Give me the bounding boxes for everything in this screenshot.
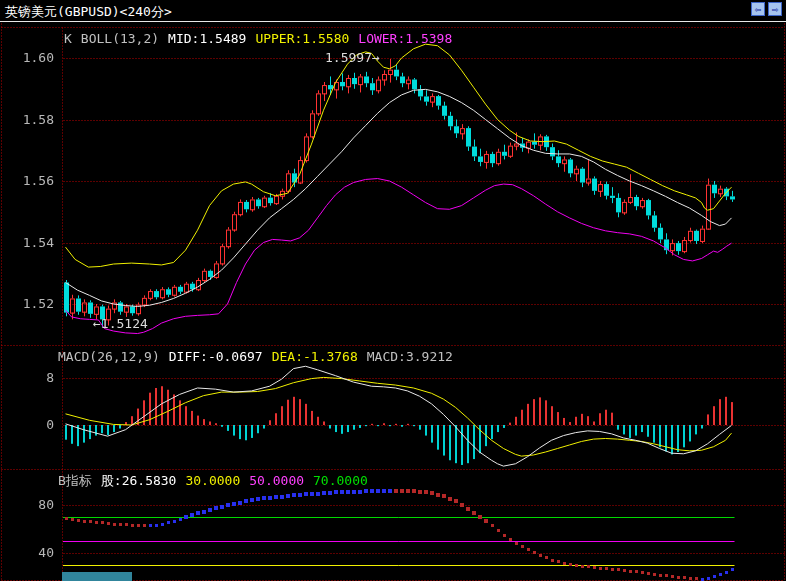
boll-name-label: BOLL(13,2) <box>81 31 159 46</box>
macd-indicator-header: MACD(26,12,9)DIFF:-0.0697DEA:-1.3768MACD… <box>58 349 462 364</box>
boll-mid-value: MID:1.5489 <box>168 31 246 46</box>
macd-name-label: MACD(26,12,9) <box>58 349 160 364</box>
b-name-label: B指标 <box>58 473 92 488</box>
b-level70-value: 70.0000 <box>313 473 368 488</box>
macd-diff-value: DIFF:-0.0697 <box>169 349 263 364</box>
scroll-left-button[interactable]: ⇦ <box>751 2 765 16</box>
left-arrow-icon: ⇦ <box>755 3 762 16</box>
boll-lower-value: LOWER:1.5398 <box>358 31 452 46</box>
chart-application-window: 英镑美元(GBPUSD)<240分> ⇦ ⇨ KBOLL(13,2)MID:1.… <box>0 0 786 581</box>
price-chart-canvas[interactable] <box>0 0 786 581</box>
b-level30-value: 30.0000 <box>185 473 240 488</box>
axis-tick-label: 1.58 <box>0 112 54 127</box>
k-label: K <box>64 31 72 46</box>
axis-tick-label: 80 <box>0 497 54 512</box>
low-price-annotation: ←1.5124 <box>93 316 148 331</box>
scroll-right-button[interactable]: ⇨ <box>768 2 782 16</box>
axis-tick-label: 1.54 <box>0 235 54 250</box>
axis-tick-label: 40 <box>0 545 54 560</box>
macd-macd-value: MACD:3.9212 <box>367 349 453 364</box>
boll-upper-value: UPPER:1.5580 <box>255 31 349 46</box>
b-indicator-header: B指标股:26.583030.000050.000070.0000 <box>58 472 377 490</box>
high-price-annotation: 1.5997→ <box>325 50 380 65</box>
axis-tick-label: 1.60 <box>0 50 54 65</box>
boll-indicator-header: KBOLL(13,2)MID:1.5489UPPER:1.5580LOWER:1… <box>64 31 461 46</box>
right-arrow-icon: ⇨ <box>772 3 779 16</box>
axis-tick-label: 1.52 <box>0 296 54 311</box>
b-level50-value: 50.0000 <box>249 473 304 488</box>
window-title: 英镑美元(GBPUSD)<240分> <box>5 3 172 21</box>
axis-tick-label: 8 <box>0 370 54 385</box>
axis-tick-label: 0 <box>0 417 54 432</box>
title-bar: 英镑美元(GBPUSD)<240分> ⇦ ⇨ <box>0 0 786 22</box>
b-main-value: 股:26.5830 <box>101 473 177 488</box>
axis-tick-label: 1.56 <box>0 173 54 188</box>
macd-dea-value: DEA:-1.3768 <box>272 349 358 364</box>
